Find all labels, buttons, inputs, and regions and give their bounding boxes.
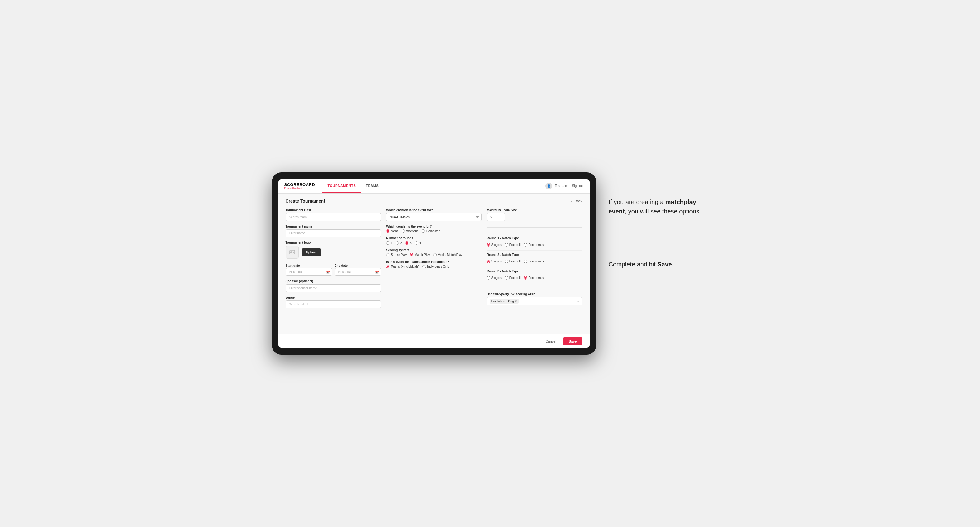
- teams-plus-label: Teams (+Individuals): [391, 265, 419, 268]
- venue-input[interactable]: [286, 300, 381, 308]
- annotation-bottom: Complete and hit Save.: [609, 260, 708, 269]
- tournament-name-input[interactable]: [286, 229, 381, 237]
- svg-rect-0: [290, 250, 295, 254]
- round1-singles[interactable]: Singles: [487, 243, 502, 246]
- middle-column: Which division is the event for? NCAA Di…: [386, 208, 482, 268]
- max-team-size-label: Maximum Team Size: [487, 208, 582, 212]
- scoring-stroke-play[interactable]: Stroke Play: [386, 253, 407, 257]
- upload-button[interactable]: Upload: [302, 248, 321, 256]
- venue-group: Venue: [286, 296, 381, 308]
- scoring-group: Scoring system Stroke Play Match Play: [386, 248, 482, 257]
- division-select[interactable]: NCAA Division I: [386, 213, 482, 221]
- end-date-input[interactable]: [334, 268, 381, 276]
- api-group: Use third-party live scoring API? Leader…: [487, 292, 582, 305]
- end-date-wrap: 📅: [334, 268, 381, 276]
- individuals-only-label: Individuals Only: [427, 265, 449, 268]
- scoring-medal-match-play[interactable]: Medal Match Play: [433, 253, 462, 257]
- scoring-stroke-play-label: Stroke Play: [391, 253, 407, 257]
- round3-foursomes-label: Foursomes: [528, 276, 544, 279]
- calendar-icon-end: 📅: [375, 270, 379, 274]
- date-group: Start date 📅 End date: [286, 262, 381, 276]
- annotation-top-end: you will see these options.: [627, 208, 701, 215]
- round3-singles[interactable]: Singles: [487, 276, 502, 279]
- venue-label: Venue: [286, 296, 381, 299]
- sponsor-input[interactable]: [286, 284, 381, 292]
- page-header: Create Tournament ← Back: [286, 198, 582, 203]
- calendar-icon: 📅: [326, 270, 330, 274]
- scoring-radio-group: Stroke Play Match Play Medal Match Play: [386, 253, 482, 257]
- round-3[interactable]: 3: [405, 241, 412, 244]
- back-button[interactable]: ← Back: [570, 199, 582, 203]
- round3-singles-label: Singles: [492, 276, 502, 279]
- round2-fourball[interactable]: Fourball: [505, 260, 521, 263]
- cancel-button[interactable]: Cancel: [542, 337, 560, 345]
- round2-match-radio-group: Singles Fourball Foursomes: [487, 260, 582, 263]
- footer-bar: Cancel Save: [278, 334, 590, 348]
- round3-match-type: Round 3 - Match Type Singles Fourball: [487, 267, 582, 279]
- api-tag-value: Leaderboard King: [492, 300, 514, 303]
- round1-match-radio-group: Singles Fourball Foursomes: [487, 243, 582, 246]
- page-wrapper: SCOREBOARD Powered by clippit TOURNAMENT…: [272, 172, 708, 355]
- api-tag: Leaderboard King ×: [490, 299, 519, 303]
- teams-radio-group: Teams (+Individuals) Individuals Only: [386, 265, 482, 268]
- round-1-label: 1: [391, 241, 393, 244]
- round3-fourball[interactable]: Fourball: [505, 276, 521, 279]
- division-label: Which division is the event for?: [386, 208, 482, 212]
- gender-group: Which gender is the event for? Mens Wome…: [386, 225, 482, 233]
- round1-foursomes[interactable]: Foursomes: [524, 243, 544, 246]
- gender-combined[interactable]: Combined: [422, 229, 441, 233]
- round1-fourball-label: Fourball: [509, 243, 521, 246]
- round-2[interactable]: 2: [396, 241, 402, 244]
- start-date-group: Start date 📅: [286, 262, 332, 276]
- gender-label: Which gender is the event for?: [386, 225, 482, 228]
- tab-teams[interactable]: TEAMS: [361, 179, 383, 193]
- api-dropdown-arrow: ⌄: [576, 299, 579, 303]
- end-date-group: End date 📅: [334, 262, 381, 276]
- start-date-wrap: 📅: [286, 268, 332, 276]
- api-tag-remove[interactable]: ×: [515, 300, 517, 303]
- round-1[interactable]: 1: [386, 241, 393, 244]
- tournament-logo-group: Tournament logo Upload: [286, 241, 381, 259]
- start-date-label: Start date: [286, 264, 300, 267]
- teams-plus-individuals[interactable]: Teams (+Individuals): [386, 265, 419, 268]
- tab-tournaments[interactable]: TOURNAMENTS: [322, 179, 361, 193]
- round3-fourball-label: Fourball: [509, 276, 521, 279]
- annotation-top: If you are creating a matchplay event, y…: [609, 197, 708, 216]
- sponsor-label: Sponsor (optional): [286, 279, 381, 283]
- tablet-screen: SCOREBOARD Powered by clippit TOURNAMENT…: [278, 179, 590, 348]
- end-date-label: End date: [334, 264, 348, 267]
- logo-main-text: SCOREBOARD: [284, 183, 315, 187]
- round-3-label: 3: [410, 241, 412, 244]
- gender-mens[interactable]: Mens: [386, 229, 398, 233]
- round1-fourball[interactable]: Fourball: [505, 243, 521, 246]
- round3-foursomes[interactable]: Foursomes: [524, 276, 544, 279]
- main-nav: TOURNAMENTS TEAMS: [322, 179, 545, 193]
- annotation-bottom-plain: Complete and hit: [609, 261, 658, 268]
- logo-upload-area: Upload: [286, 246, 381, 259]
- sign-out-link[interactable]: Sign out: [572, 184, 584, 187]
- api-tag-input[interactable]: Leaderboard King × ⌄: [487, 297, 582, 305]
- individuals-only[interactable]: Individuals Only: [423, 265, 449, 268]
- annotations: If you are creating a matchplay event, y…: [609, 172, 708, 269]
- tournament-host-input[interactable]: [286, 213, 381, 221]
- scoring-match-play-label: Match Play: [414, 253, 430, 257]
- max-team-size-input[interactable]: [487, 213, 506, 221]
- main-content: Create Tournament ← Back Tournament Host…: [278, 194, 590, 334]
- app-logo: SCOREBOARD Powered by clippit: [284, 183, 315, 189]
- round2-foursomes[interactable]: Foursomes: [524, 260, 544, 263]
- teams-label: Is this event for Teams and/or Individua…: [386, 260, 482, 264]
- gender-combined-label: Combined: [426, 229, 441, 233]
- api-label: Use third-party live scoring API?: [487, 292, 582, 296]
- round1-match-type: Round 1 - Match Type Singles Fourball: [487, 234, 582, 246]
- date-row: Start date 📅 End date: [286, 262, 381, 276]
- round2-singles[interactable]: Singles: [487, 260, 502, 263]
- nav-bar: SCOREBOARD Powered by clippit TOURNAMENT…: [278, 179, 590, 194]
- gender-womens[interactable]: Womens: [402, 229, 418, 233]
- round1-label: Round 1 - Match Type: [487, 237, 582, 240]
- round2-label: Round 2 - Match Type: [487, 253, 582, 257]
- save-button[interactable]: Save: [563, 337, 582, 345]
- start-date-input[interactable]: [286, 268, 332, 276]
- form-grid: Tournament Host Tournament name Tourname…: [286, 208, 582, 308]
- round-4[interactable]: 4: [415, 241, 421, 244]
- scoring-match-play[interactable]: Match Play: [410, 253, 430, 257]
